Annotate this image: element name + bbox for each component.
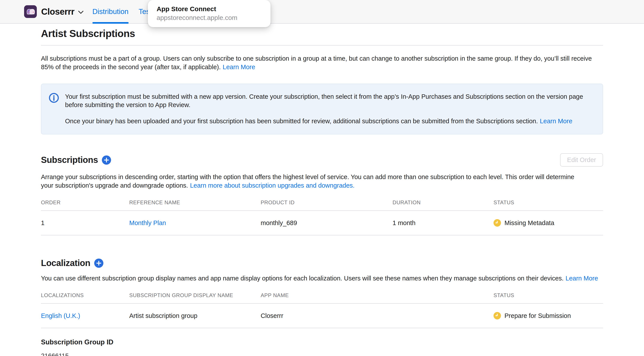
localization-language-link[interactable]: English (U.K.) bbox=[41, 312, 80, 320]
info-banner-text: Your first subscription must be submitte… bbox=[65, 92, 594, 125]
table-divider bbox=[41, 235, 603, 235]
app-icon bbox=[24, 5, 37, 18]
plus-icon bbox=[94, 259, 104, 268]
subscriptions-table: ORDER REFERENCE NAME PRODUCT ID DURATION… bbox=[41, 199, 603, 235]
subscriptions-description: Arrange your subscriptions in descending… bbox=[41, 173, 582, 190]
closerrr-ghosts-icon bbox=[24, 5, 37, 18]
localization-title: Localization bbox=[41, 258, 90, 268]
info-banner: Your first subscription must be submitte… bbox=[41, 84, 603, 134]
col-status: STATUS bbox=[494, 199, 603, 206]
subscription-group-id-value: 21666115 bbox=[41, 352, 603, 356]
tab-distribution[interactable]: Distribution bbox=[92, 0, 128, 23]
subscription-status: Missing Metadata bbox=[494, 219, 603, 227]
col-duration: DURATION bbox=[392, 199, 494, 206]
subscriptions-table-header: ORDER REFERENCE NAME PRODUCT ID DURATION… bbox=[41, 199, 603, 210]
chevron-down-icon bbox=[78, 10, 84, 14]
subscription-group-id-label: Subscription Group ID bbox=[41, 338, 603, 346]
app-switcher[interactable]: Closerrr bbox=[24, 0, 84, 23]
table-row: 1 Monthly Plan monthly_689 1 month Missi… bbox=[41, 211, 603, 235]
col-status: STATUS bbox=[494, 292, 603, 299]
subscription-product-id: monthly_689 bbox=[261, 219, 392, 227]
subscription-order: 1 bbox=[41, 219, 129, 227]
hover-card-url: appstoreconnect.apple.com bbox=[156, 14, 262, 21]
localized-app-name: Closerrr bbox=[261, 312, 494, 320]
col-product-id: PRODUCT ID bbox=[261, 199, 392, 206]
col-app-name: APP NAME bbox=[261, 292, 494, 299]
info-learn-more-link[interactable]: Learn More bbox=[540, 118, 572, 125]
table-row: English (U.K.) Artist subscription group… bbox=[41, 304, 603, 328]
localization-table: LOCALIZATIONS SUBSCRIPTION GROUP DISPLAY… bbox=[41, 292, 603, 328]
info-paragraph-2: Once your binary has been uploaded and y… bbox=[65, 117, 594, 125]
localization-table-header: LOCALIZATIONS SUBSCRIPTION GROUP DISPLAY… bbox=[41, 292, 603, 303]
group-display-name: Artist subscription group bbox=[129, 312, 261, 320]
localization-learn-more-link[interactable]: Learn More bbox=[566, 275, 598, 282]
info-paragraph-1: Your first subscription must be submitte… bbox=[65, 92, 594, 109]
plus-icon bbox=[102, 155, 111, 165]
subscription-reference-link[interactable]: Monthly Plan bbox=[129, 219, 166, 227]
intro-paragraph: All subscriptions must be a part of a gr… bbox=[41, 54, 603, 71]
col-localizations: LOCALIZATIONS bbox=[41, 292, 129, 299]
col-order: ORDER bbox=[41, 199, 129, 206]
tab-hover-card: App Store Connect appstoreconnect.apple.… bbox=[148, 0, 270, 27]
col-group-display-name: SUBSCRIPTION GROUP DISPLAY NAME bbox=[129, 292, 261, 299]
subscription-duration: 1 month bbox=[392, 219, 494, 227]
pending-clock-icon bbox=[494, 312, 501, 320]
add-localization-button[interactable] bbox=[94, 259, 104, 268]
intro-text: All subscriptions must be a part of a gr… bbox=[41, 55, 592, 70]
edit-order-button[interactable]: Edit Order bbox=[560, 153, 603, 167]
add-subscription-button[interactable] bbox=[102, 155, 111, 165]
title-divider bbox=[41, 45, 603, 45]
page-title: Artist Subscriptions bbox=[41, 27, 603, 39]
table-divider bbox=[41, 328, 603, 328]
intro-learn-more-link[interactable]: Learn More bbox=[223, 63, 255, 70]
app-name: Closerrr bbox=[41, 7, 74, 17]
localization-status: Prepare for Submission bbox=[494, 312, 603, 320]
upgrades-downgrades-link[interactable]: Learn more about subscription upgrades a… bbox=[190, 182, 354, 189]
status-badge: Missing Metadata bbox=[504, 219, 554, 227]
status-badge: Prepare for Submission bbox=[504, 312, 571, 320]
subscriptions-section: Subscriptions Edit Order Arrange your su… bbox=[41, 153, 603, 235]
pending-clock-icon bbox=[494, 219, 501, 227]
app-header: Closerrr Distribution TestFl bbox=[0, 0, 644, 24]
hover-card-title: App Store Connect bbox=[156, 5, 262, 13]
subscriptions-title: Subscriptions bbox=[41, 155, 98, 165]
main-content: Artist Subscriptions All subscriptions m… bbox=[0, 27, 644, 356]
col-reference-name: REFERENCE NAME bbox=[129, 199, 261, 206]
localization-section: Localization You can use different subsc… bbox=[41, 258, 603, 356]
localization-description: You can use different subscription group… bbox=[41, 274, 603, 283]
info-icon bbox=[49, 93, 59, 125]
